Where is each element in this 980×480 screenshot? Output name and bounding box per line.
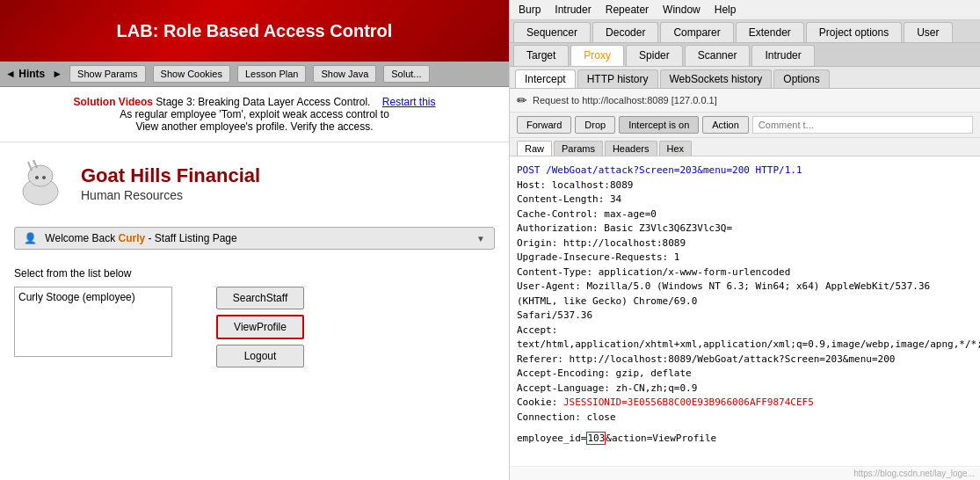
tab-spider[interactable]: Spider xyxy=(626,45,683,66)
svg-point-4 xyxy=(35,176,39,179)
tab-extender[interactable]: Extender xyxy=(736,22,804,42)
show-params-button[interactable]: Show Params xyxy=(69,65,145,83)
stage-text: Solution Videos xyxy=(74,96,153,108)
tab-user[interactable]: User xyxy=(904,22,952,42)
dropdown-arrow-icon[interactable]: ▼ xyxy=(476,234,485,244)
hint-line1: Solution Videos Stage 3: Breaking Data L… xyxy=(14,96,495,108)
post-data: employee_id=103&action=ViewProfile xyxy=(517,432,973,447)
welcome-text: Welcome Back Curly - Staff Listing Page xyxy=(45,232,236,244)
tab-decoder[interactable]: Decoder xyxy=(592,22,658,42)
show-cookies-button[interactable]: Show Cookies xyxy=(153,65,230,83)
intercept-buttons: Forward Drop Intercept is on Action xyxy=(510,113,980,138)
request-line-13: Accept-Language: zh-CN,zh;q=0.9 xyxy=(517,382,973,396)
request-line-1: Host: localhost:8089 xyxy=(517,178,973,193)
menu-help[interactable]: Help xyxy=(715,4,737,16)
request-body: POST /WebGoat/attack?Screen=203&menu=200… xyxy=(510,156,980,466)
proxy-tabs: Intercept HTTP history WebSockets histor… xyxy=(510,67,980,89)
request-line-6: Upgrade-Insecure-Requests: 1 xyxy=(517,251,973,265)
instruction2: View another employee's profile. Verify … xyxy=(135,120,373,133)
menu-burp[interactable]: Burp xyxy=(519,4,541,16)
request-info: Request to http://localhost:8089 [127.0.… xyxy=(533,95,973,105)
request-line-4: Authorization: Basic Z3Vlc3Q6Z3Vlc3Q= xyxy=(517,222,973,236)
post-middle: &action= xyxy=(606,433,652,444)
select-label: Select from the list below xyxy=(14,267,495,280)
lesson-plan-button[interactable]: Lesson Plan xyxy=(237,65,307,83)
svg-point-1 xyxy=(28,165,53,186)
request-line-10: Accept: text/html,application/xhtml+xml,… xyxy=(517,324,973,353)
list-item: Curly Stooge (employee) xyxy=(18,291,168,303)
svg-line-2 xyxy=(28,162,32,171)
svg-point-5 xyxy=(42,176,46,179)
action-button[interactable]: Action xyxy=(702,116,749,134)
action-buttons: SearchStaff ViewProfile Logout xyxy=(216,287,304,367)
goat-title: Goat Hills Financial xyxy=(81,164,260,189)
employee-list[interactable]: Curly Stooge (employee) xyxy=(14,287,172,357)
restart-link[interactable]: Restart this xyxy=(382,96,436,108)
stage-detail: Stage 3: Breaking Data Layer Access Cont… xyxy=(156,96,370,108)
drop-button[interactable]: Drop xyxy=(575,116,615,134)
search-staff-button[interactable]: SearchStaff xyxy=(216,287,304,309)
intercept-on-button[interactable]: Intercept is on xyxy=(619,116,699,134)
forward-button[interactable]: Forward xyxy=(517,116,571,134)
employee-id-value: 103 xyxy=(586,432,606,445)
tab-proxy[interactable]: Proxy xyxy=(570,45,624,66)
tab-intruder[interactable]: Intruder xyxy=(751,45,814,66)
request-line-5: Origin: http://localhost:8089 xyxy=(517,236,973,251)
tab-project-options[interactable]: Project options xyxy=(806,22,902,42)
welcome-bar-left: 👤 Welcome Back Curly - Staff Listing Pag… xyxy=(24,232,237,244)
pencil-icon[interactable]: ✏ xyxy=(517,93,527,107)
request-line-12: Accept-Encoding: gzip, deflate xyxy=(517,367,973,382)
show-java-button[interactable]: Show Java xyxy=(313,65,376,83)
request-line-9: Safari/537.36 xyxy=(517,309,973,324)
req-tab-headers[interactable]: Headers xyxy=(605,141,657,156)
left-panel: LAB: Role Based Access Control ◄ Hints ►… xyxy=(0,0,510,480)
proxy-tab-options[interactable]: Options xyxy=(773,69,829,88)
back-hints-button[interactable]: ◄ Hints xyxy=(5,68,45,80)
request-sub-tabs: Raw Params Headers Hex xyxy=(510,138,980,156)
menu-intruder[interactable]: Intruder xyxy=(555,4,591,16)
proxy-tab-websockets-history[interactable]: WebSockets history xyxy=(660,69,773,88)
forward-button[interactable]: ► xyxy=(52,68,62,80)
comment-field[interactable] xyxy=(752,116,973,134)
proxy-tab-http-history[interactable]: HTTP history xyxy=(577,69,658,88)
menu-window[interactable]: Window xyxy=(663,4,701,16)
tab-comparer[interactable]: Comparer xyxy=(660,22,733,42)
menu-repeater[interactable]: Repeater xyxy=(606,4,649,16)
instruction1: As regular employee 'Tom', exploit weak … xyxy=(120,108,389,120)
toolbar: ◄ Hints ► Show Params Show Cookies Lesso… xyxy=(0,62,509,87)
req-tab-raw[interactable]: Raw xyxy=(517,141,552,156)
request-line-15: Connection: close xyxy=(517,411,973,425)
request-line-8: User-Agent: Mozilla/5.0 (Windows NT 6.3;… xyxy=(517,280,973,309)
intercept-toolbar: ✏ Request to http://localhost:8089 [127.… xyxy=(510,89,980,113)
content-area: Goat Hills Financial Human Resources 👤 W… xyxy=(0,142,509,480)
req-tab-hex[interactable]: Hex xyxy=(659,141,693,156)
lab-title-text: LAB: Role Based Access Control xyxy=(117,21,393,41)
goat-title-area: Goat Hills Financial Human Resources xyxy=(81,164,260,203)
request-line-7: Content-Type: application/x-www-form-url… xyxy=(517,265,973,280)
tab-sequencer[interactable]: Sequencer xyxy=(513,22,591,42)
person-icon: 👤 xyxy=(24,232,37,244)
action-value: ViewProfile xyxy=(652,433,716,444)
hint-line3: View another employee's profile. Verify … xyxy=(14,120,495,133)
proxy-tab-intercept[interactable]: Intercept xyxy=(515,69,576,88)
list-area: Curly Stooge (employee) SearchStaff View… xyxy=(14,287,495,367)
tab-scanner[interactable]: Scanner xyxy=(685,45,751,66)
menu-bar: Burp Intruder Repeater Window Help xyxy=(510,0,980,20)
req-tab-params[interactable]: Params xyxy=(554,141,603,156)
cookie-value: JSESSIONID=3E0556B8C00E93B966006AFF9874C… xyxy=(563,396,814,408)
goat-subtitle: Human Resources xyxy=(81,188,260,202)
tab-target[interactable]: Target xyxy=(513,45,569,66)
request-line-11: Referer: http://localhost:8089/WebGoat/a… xyxy=(517,353,973,367)
right-panel: Burp Intruder Repeater Window Help Seque… xyxy=(510,0,980,480)
post-prefix: employee_id= xyxy=(517,433,586,444)
logout-button[interactable]: Logout xyxy=(216,345,304,367)
view-profile-button[interactable]: ViewProfile xyxy=(216,315,304,339)
welcome-bar: 👤 Welcome Back Curly - Staff Listing Pag… xyxy=(14,227,495,250)
request-line-2: Content-Length: 34 xyxy=(517,193,973,207)
goat-logo-area: Goat Hills Financial Human Resources xyxy=(14,156,495,209)
solution-button[interactable]: Solut... xyxy=(383,65,429,83)
request-line-14: Cookie: JSESSIONID=3E0556B8C00E93B966006… xyxy=(517,396,973,411)
top-tabs-row2: Target Proxy Spider Scanner Intruder xyxy=(510,43,980,67)
request-line-3: Cache-Control: max-age=0 xyxy=(517,207,973,222)
hint-area: Solution Videos Stage 3: Breaking Data L… xyxy=(0,87,509,142)
